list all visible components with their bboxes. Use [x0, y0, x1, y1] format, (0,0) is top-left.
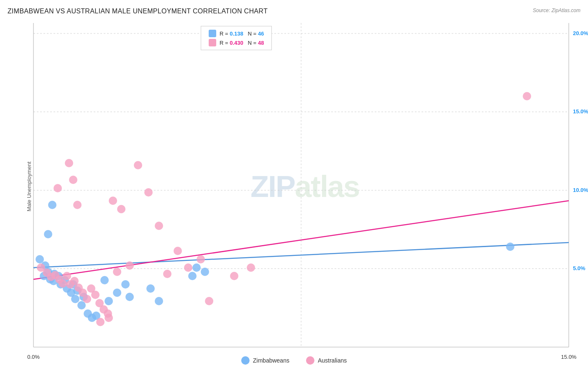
- svg-point-69: [69, 176, 77, 184]
- svg-point-46: [192, 263, 201, 272]
- legend-box: R = 0.138 N = 46 R = 0.430 N = 48: [201, 26, 272, 50]
- svg-point-36: [44, 230, 52, 238]
- svg-point-67: [65, 159, 73, 167]
- bottom-legend-circle-australians: [306, 356, 314, 365]
- svg-point-75: [155, 222, 163, 230]
- chart-container: ZIMBABWEAN VS AUSTRALIAN MALE UNEMPLOYME…: [0, 0, 588, 373]
- svg-point-54: [59, 279, 67, 288]
- svg-point-45: [188, 272, 197, 280]
- svg-text:10.0%: 10.0%: [573, 187, 588, 193]
- svg-point-68: [73, 201, 82, 209]
- svg-point-74: [144, 188, 153, 197]
- svg-point-43: [146, 284, 155, 293]
- svg-point-42: [125, 293, 134, 301]
- svg-point-55: [63, 272, 71, 280]
- bottom-legend-circle-zimbabweans: [241, 356, 250, 365]
- svg-point-39: [105, 297, 113, 305]
- legend-text-australians: R = 0.430 N = 48: [220, 40, 264, 46]
- svg-point-62: [91, 291, 100, 299]
- svg-point-80: [205, 297, 213, 305]
- bottom-legend-item-zimbabweans: Zimbabweans: [241, 356, 289, 365]
- legend-swatch-australians: [209, 39, 216, 46]
- svg-point-73: [134, 161, 142, 169]
- svg-point-48: [506, 243, 514, 251]
- svg-point-77: [174, 247, 182, 255]
- svg-point-78: [184, 263, 192, 272]
- svg-point-76: [163, 270, 171, 278]
- legend-swatch-zimbabweans: [209, 30, 216, 37]
- svg-point-41: [121, 280, 130, 289]
- bottom-legend-label-australians: Australians: [318, 357, 347, 364]
- svg-point-86: [113, 268, 121, 276]
- legend-row-australians: R = 0.430 N = 48: [209, 39, 264, 46]
- svg-point-47: [201, 268, 209, 276]
- svg-point-71: [117, 205, 125, 213]
- legend-text-zimbabweans: R = 0.138 N = 46: [220, 31, 264, 37]
- bottom-legend-item-australians: Australians: [306, 356, 347, 365]
- svg-text:15.0%: 15.0%: [573, 108, 588, 115]
- svg-text:0.0%: 0.0%: [27, 354, 40, 360]
- svg-point-38: [100, 276, 109, 284]
- svg-point-82: [247, 263, 255, 272]
- svg-point-44: [155, 297, 163, 305]
- bottom-legend: Zimbabweans Australians: [241, 356, 347, 365]
- svg-point-72: [125, 261, 134, 270]
- svg-point-37: [48, 201, 56, 209]
- legend-row-zimbabweans: R = 0.138 N = 46: [209, 30, 264, 37]
- svg-point-79: [197, 255, 205, 263]
- svg-point-66: [54, 184, 62, 192]
- bottom-legend-label-zimbabweans: Zimbabweans: [253, 357, 289, 364]
- svg-point-60: [83, 295, 91, 303]
- svg-point-81: [230, 272, 238, 280]
- chart-svg: 20.0% 15.0% 10.0% 5.0% 0.0% 15.0%: [0, 0, 588, 373]
- svg-text:20.0%: 20.0%: [573, 30, 588, 36]
- svg-point-84: [96, 318, 105, 326]
- svg-point-70: [109, 197, 117, 205]
- svg-text:15.0%: 15.0%: [561, 354, 577, 360]
- svg-point-40: [113, 289, 121, 297]
- svg-text:5.0%: 5.0%: [573, 265, 585, 271]
- svg-point-85: [105, 314, 113, 322]
- svg-point-28: [71, 295, 79, 303]
- svg-point-83: [523, 92, 531, 100]
